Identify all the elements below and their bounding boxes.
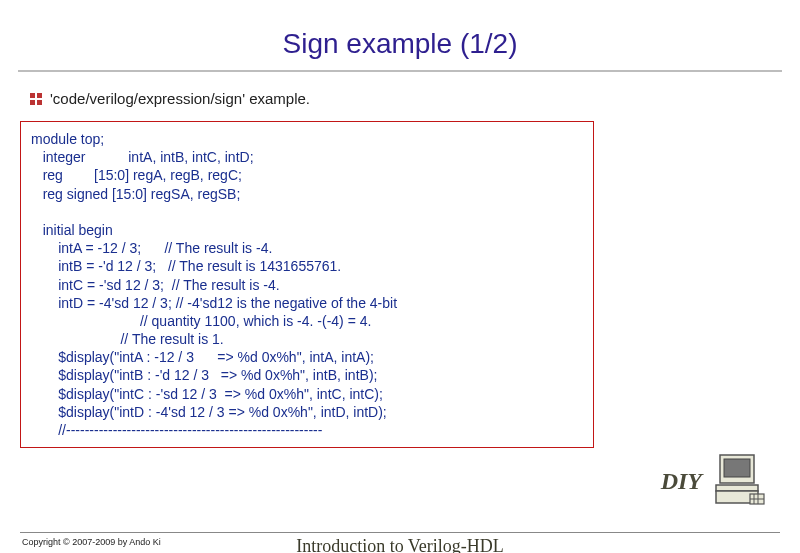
bullet-text: 'code/verilog/expression/sign' example. (50, 90, 310, 107)
svg-rect-1 (724, 459, 750, 477)
page-title: Sign example (1/2) (0, 0, 800, 70)
diy-label: DIY (661, 468, 702, 495)
code-block: module top; integer intA, intB, intC, in… (20, 121, 594, 448)
svg-rect-2 (716, 485, 758, 491)
computer-icon (710, 449, 770, 513)
bullet-icon (30, 93, 42, 105)
title-underline (18, 70, 782, 72)
bullet-row: 'code/verilog/expression/sign' example. (0, 90, 800, 121)
diy-block: DIY (661, 449, 770, 513)
footer-title: Introduction to Verilog-HDL (0, 536, 800, 553)
footer-divider (20, 532, 780, 533)
